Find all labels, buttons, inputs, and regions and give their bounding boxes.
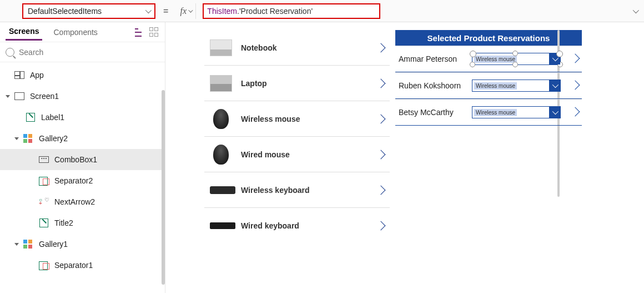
tree-item-label: App <box>30 71 44 80</box>
product-image <box>210 222 235 229</box>
tree-panel: Screens Components App Screen1 Labe <box>0 22 165 293</box>
expand-formula-icon[interactable] <box>633 7 639 13</box>
chevron-right-icon <box>376 43 386 52</box>
reservation-nav[interactable] <box>572 55 578 63</box>
chevron-right-icon <box>376 150 386 159</box>
product-row[interactable]: Wireless mouse <box>204 101 390 137</box>
search-input[interactable] <box>19 48 159 57</box>
formula-token-literal: .'Product Reservation' <box>237 7 313 16</box>
separator-icon <box>39 261 49 269</box>
combobox-icon <box>39 156 49 163</box>
tree-item-gallery1[interactable]: Gallery1 <box>0 234 165 255</box>
product-name: Wired mouse <box>241 150 290 159</box>
combobox-value: Wireless mouse <box>474 109 517 116</box>
tree-item-label: Gallery1 <box>39 240 68 249</box>
reservation-nav[interactable] <box>572 82 578 90</box>
combobox-value: Wireless mouse <box>474 82 517 90</box>
app-icon <box>14 71 24 79</box>
reservation-row: Ruben KokshoornWireless mouse <box>395 72 582 99</box>
chevron-down-icon <box>188 8 193 12</box>
chevron-right-icon <box>376 114 386 123</box>
fx-button[interactable]: fx <box>176 3 196 19</box>
combobox-value: Wireless mouse <box>474 56 517 63</box>
chevron-down-icon <box>552 108 559 115</box>
reservations-panel: Selected Product Reservations Ammar Pete… <box>395 30 582 244</box>
tree-item-title2[interactable]: Title2 <box>0 212 165 234</box>
chevron-down-icon <box>552 55 559 61</box>
product-row[interactable]: Laptop <box>204 66 390 101</box>
canvas: NotebookLaptopWireless mouseWired mouseW… <box>165 22 644 293</box>
product-name: Laptop <box>241 79 267 88</box>
formula-input[interactable]: ThisItem.'Product Reservation' <box>203 3 380 19</box>
reservation-combobox[interactable]: Wireless mouse <box>472 106 561 118</box>
screen-icon <box>14 92 24 100</box>
caret-down-icon <box>14 243 19 246</box>
search-icon <box>6 48 14 57</box>
reservation-name: Ruben Kokshoorn <box>399 81 472 90</box>
gallery-icon <box>23 240 33 249</box>
combobox-dropdown-button[interactable] <box>549 107 560 118</box>
chevron-right-icon <box>571 53 580 63</box>
product-image <box>213 109 229 129</box>
tab-screens[interactable]: Screens <box>6 23 42 41</box>
chevron-down-icon <box>552 82 559 88</box>
tree-item-label: ComboBox1 <box>54 155 97 164</box>
reservation-name: Ammar Peterson <box>399 54 472 63</box>
product-row[interactable]: Notebook <box>204 30 390 66</box>
tree-scrollbar[interactable] <box>162 90 165 285</box>
tree-item-combobox1[interactable]: ComboBox1 <box>0 149 165 170</box>
chevron-right-icon <box>376 78 386 88</box>
product-row[interactable]: Wireless keyboard <box>204 172 390 208</box>
tree-view-icon[interactable] <box>135 27 145 37</box>
reservation-combobox[interactable]: Wireless mouse <box>472 53 561 65</box>
product-row[interactable]: Wired keyboard <box>204 208 390 244</box>
tree-item-label1[interactable]: Label1 <box>0 107 165 128</box>
chevron-right-icon <box>376 221 386 231</box>
caret-down-icon <box>6 95 10 98</box>
gallery-icon <box>23 134 33 143</box>
equals-sign: = <box>163 6 168 16</box>
tree-item-label: Separator1 <box>54 261 93 270</box>
product-name: Notebook <box>241 43 277 52</box>
tree-item-gallery2[interactable]: Gallery2 <box>0 128 165 149</box>
reservations-header: Selected Product Reservations <box>395 30 582 46</box>
product-name: Wireless mouse <box>241 115 300 123</box>
chevron-right-icon <box>571 107 580 116</box>
tree-item-nextarrow2[interactable]: ○+♡ NextArrow2 <box>0 191 165 212</box>
combobox-dropdown-button[interactable] <box>549 80 560 91</box>
tree-item-separator2[interactable]: Separator2 <box>0 170 165 191</box>
product-name: Wired keyboard <box>241 221 299 230</box>
fx-icon: fx <box>180 6 187 16</box>
combobox-dropdown-button[interactable] <box>549 53 560 64</box>
product-row[interactable]: Wired mouse <box>204 137 390 172</box>
separator-icon <box>39 177 49 185</box>
property-dropdown[interactable]: DefaultSelectedItems <box>22 3 155 19</box>
tree-item-separator1[interactable]: Separator1 <box>0 255 165 276</box>
formula-bar: DefaultSelectedItems = fx ThisItem.'Prod… <box>0 0 644 22</box>
reservation-row: Betsy McCarthyWireless mouse <box>395 99 582 126</box>
tree-tabs: Screens Components <box>0 22 165 42</box>
reservation-combobox[interactable]: Wireless mouse <box>472 80 561 92</box>
product-image <box>210 186 235 194</box>
tree-search <box>0 42 165 62</box>
chevron-right-icon <box>571 80 580 90</box>
chevron-down-icon <box>145 7 152 13</box>
tab-components[interactable]: Components <box>50 24 100 40</box>
tree-item-label: NextArrow2 <box>54 197 95 206</box>
product-image <box>210 39 232 56</box>
product-image <box>213 145 229 165</box>
reservation-nav[interactable] <box>572 108 578 117</box>
tree-item-label: Title2 <box>54 218 73 227</box>
grid-view-icon[interactable] <box>149 27 159 37</box>
tree-item-label: Gallery2 <box>39 134 68 143</box>
tree-item-screen1[interactable]: Screen1 <box>0 86 165 107</box>
reservation-name: Betsy McCarthy <box>399 108 472 117</box>
tree-view: App Screen1 Label1 Gallery2 ComboBox1 <box>0 62 165 293</box>
tree-item-label: Label1 <box>41 113 64 122</box>
nextarrow-icon: ○+♡ <box>39 198 49 206</box>
product-name: Wireless keyboard <box>241 186 310 195</box>
tree-item-app[interactable]: App <box>0 64 165 86</box>
tree-item-label: Separator2 <box>54 176 93 185</box>
label-icon <box>26 113 35 122</box>
product-image <box>210 75 232 92</box>
